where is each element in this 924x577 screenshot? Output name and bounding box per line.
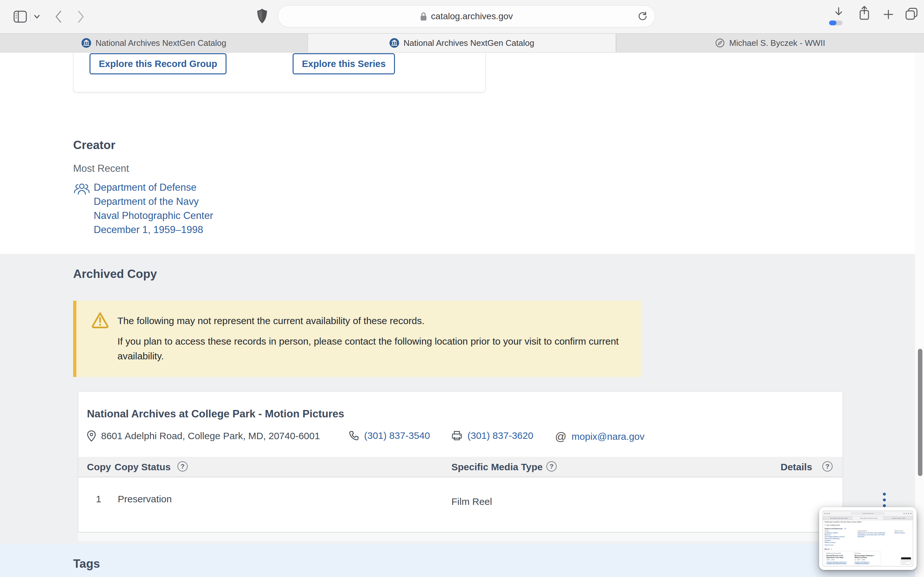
tags-section-bg	[0, 544, 924, 577]
nara-favicon	[389, 38, 399, 48]
explore-series-button[interactable]: Explore this Series	[292, 53, 395, 74]
location-name: National Archives at College Park - Moti…	[87, 408, 344, 420]
at-icon: @	[555, 430, 567, 443]
address-item: 8601 Adelphi Road, College Park, MD, 207…	[87, 430, 320, 442]
warning-text: The following may not represent the curr…	[118, 314, 644, 369]
cell-copy-status: Preservation	[118, 494, 172, 504]
pip-note: Audiovisual record(s) in this item have …	[825, 521, 912, 523]
pip-part-of-card: Record Group 428 General Records of the …	[825, 551, 881, 566]
tab-byczek-wwii[interactable]: Michael S. Byczek - WWII	[616, 34, 924, 52]
tab-nara-catalog-2-active[interactable]: National Archives NextGen Catalog	[308, 34, 616, 52]
tab-bar: National Archives NextGen Catalog Nation…	[0, 33, 924, 53]
tags-heading: Tags	[73, 557, 100, 571]
pip-nested-thumbnail	[901, 557, 911, 564]
phone-icon	[349, 430, 359, 441]
pip-subjects-heading: Subjects and References13	[825, 528, 912, 530]
browser-toolbar: catalog.archives.gov	[0, 0, 924, 33]
pip-mini-page: Audiovisual record(s) in this item have …	[823, 520, 913, 566]
holdings-table-header: Copy Copy Status ? Specific Media Type ?…	[78, 457, 843, 477]
scrollbar-gutter	[915, 53, 924, 577]
pip-mini-toolbar: catalog.archives.gov	[823, 511, 913, 516]
cell-specific-media-type: Film Reel	[451, 496, 492, 507]
download-progress-indicator	[829, 21, 843, 25]
warning-triangle-icon	[91, 311, 109, 328]
explore-record-group-button[interactable]: Explore this Record Group	[89, 53, 226, 74]
organization-people-icon	[74, 182, 90, 195]
address-bar[interactable]: catalog.archives.gov	[278, 5, 655, 27]
creator-link[interactable]: Naval Photographic Center	[94, 209, 213, 223]
scrollbar-thumb[interactable]	[918, 349, 922, 476]
phone-link[interactable]: (301) 837-3540	[364, 430, 430, 441]
reload-icon[interactable]	[638, 11, 648, 21]
safari-window: catalog.archives.gov National Archives N…	[0, 0, 924, 577]
archived-copy-heading: Archived Copy	[73, 268, 157, 281]
creator-link[interactable]: Department of Defense	[94, 181, 213, 195]
tab-label: National Archives NextGen Catalog	[404, 38, 535, 48]
email-item: @ mopix@nara.gov	[555, 430, 645, 443]
new-tab-icon[interactable]	[883, 9, 894, 20]
tab-label: National Archives NextGen Catalog	[95, 38, 226, 48]
share-icon[interactable]	[859, 5, 870, 21]
fax-link[interactable]: (301) 837-3620	[467, 430, 533, 441]
fax-item: (301) 837-3620	[451, 430, 533, 441]
screenshot-preview-content: catalog.archives.gov National Archives N…	[822, 511, 913, 566]
details-help-icon[interactable]: ?	[822, 461, 833, 472]
most-recent-label: Most Recent	[73, 163, 129, 174]
col-specific-media-type: Specific Media Type	[451, 462, 543, 472]
url-text: catalog.archives.gov	[431, 11, 513, 21]
tab-overview-icon[interactable]	[905, 7, 918, 21]
toolbar-divider	[30, 11, 31, 22]
copy-status-help-icon[interactable]: ?	[178, 461, 188, 472]
compass-favicon	[715, 38, 725, 48]
card-footer-strip	[78, 533, 843, 542]
warning-line-1: The following may not represent the curr…	[118, 314, 644, 328]
availability-warning-banner: The following may not represent the curr…	[73, 301, 642, 377]
pip-use-line: Use: Undetermined	[825, 524, 912, 526]
phone-item: (301) 837-3540	[349, 430, 430, 441]
chevron-down-icon[interactable]	[33, 14, 40, 19]
part-of-card: Explore this Record Group Explore this S…	[73, 53, 486, 92]
map-pin-icon	[87, 430, 96, 442]
lock-icon	[420, 11, 427, 21]
address-text: 8601 Adelphi Road, College Park, MD, 207…	[101, 430, 320, 442]
col-copy-status: Copy Status	[115, 462, 171, 472]
screenshot-preview-thumbnail[interactable]: catalog.archives.gov National Archives N…	[819, 507, 917, 570]
downloads-icon[interactable]	[833, 7, 845, 19]
warning-line-2: If you plan to access these records in p…	[118, 334, 644, 364]
back-button-icon[interactable]	[54, 10, 63, 23]
tab-label: Michael S. Byczek - WWII	[729, 38, 825, 48]
media-type-help-icon[interactable]: ?	[546, 461, 557, 472]
cell-copy-number: 1	[96, 494, 102, 504]
forward-button-icon[interactable]	[76, 10, 86, 23]
sidebar-toggle-icon[interactable]	[13, 11, 27, 23]
pip-mini-urlbar: catalog.archives.gov	[851, 512, 885, 515]
tab-nara-catalog-1[interactable]: National Archives NextGen Catalog	[0, 34, 308, 52]
warning-accent-bar	[73, 301, 76, 377]
creator-heading: Creator	[73, 139, 115, 152]
creator-link[interactable]: Department of the Navy	[94, 195, 213, 209]
fax-printer-icon	[451, 430, 462, 441]
location-card: National Archives at College Park - Moti…	[78, 392, 843, 532]
pip-part-of: Part of2	[825, 548, 912, 550]
nara-favicon	[81, 38, 91, 48]
email-link[interactable]: mopix@nara.gov	[572, 431, 645, 442]
col-details: Details	[780, 462, 812, 472]
creator-link-block: Department of Defense Department of the …	[94, 181, 213, 237]
col-copy: Copy	[87, 462, 111, 472]
privacy-shield-icon[interactable]	[257, 8, 268, 24]
creator-link[interactable]: December 1, 1959–1998	[94, 223, 213, 237]
